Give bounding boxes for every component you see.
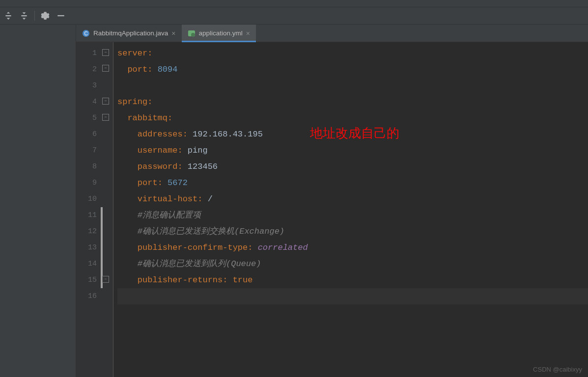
code-line[interactable]: rabbitmq: xyxy=(117,110,588,126)
project-panel xyxy=(0,25,76,377)
java-file-icon: C xyxy=(82,29,90,37)
line-number: 15 xyxy=(76,272,97,288)
line-numbers: 1 2 3 4 5 6 7 8 9 10 11 12 13 14 15 16 xyxy=(76,42,101,377)
line-number: 7 xyxy=(76,142,97,159)
code-line[interactable]: spring: xyxy=(117,94,588,110)
code-line[interactable]: port: 5672 xyxy=(117,175,588,191)
line-number: 16 xyxy=(76,288,97,304)
fold-toggle[interactable]: − xyxy=(102,65,109,72)
watermark: CSDN @caibixyy xyxy=(533,366,582,373)
code-line[interactable]: username: ping xyxy=(117,142,588,159)
tabs-bar: C RabbitmqApplication.java × application… xyxy=(76,25,588,42)
code-line[interactable]: #确认消息已发送到队列(Queue) xyxy=(117,256,588,272)
line-number: 5 xyxy=(76,110,97,126)
line-number: 4 xyxy=(76,94,97,110)
fold-toggle[interactable]: − xyxy=(102,49,109,56)
tab-label: application.yml xyxy=(199,29,243,37)
code-line[interactable]: virtual-host: / xyxy=(117,191,588,207)
fold-toggle[interactable]: − xyxy=(102,276,109,283)
line-number: 14 xyxy=(76,256,97,272)
code-line[interactable]: publisher-returns: true xyxy=(117,272,588,288)
code-line[interactable]: server: xyxy=(117,45,588,61)
annotation-text: 地址改成自己的 xyxy=(310,125,399,142)
line-number: 11 xyxy=(76,207,97,223)
tab-rabbitmq-application[interactable]: C RabbitmqApplication.java × xyxy=(76,25,182,42)
top-toolbar xyxy=(0,0,588,7)
fold-toggle[interactable]: − xyxy=(102,114,109,121)
gear-icon[interactable] xyxy=(40,10,51,21)
divider xyxy=(34,11,35,21)
fold-toggle[interactable]: − xyxy=(102,98,109,105)
minimize-icon[interactable] xyxy=(56,10,66,21)
line-number: 9 xyxy=(76,175,97,191)
line-number: 3 xyxy=(76,78,97,94)
main-area: C RabbitmqApplication.java × application… xyxy=(0,25,588,377)
line-number: 1 xyxy=(76,45,97,61)
line-number: 10 xyxy=(76,191,97,207)
line-number: 12 xyxy=(76,223,97,240)
secondary-toolbar xyxy=(0,7,588,25)
code-line[interactable]: publisher-confirm-type: correlated xyxy=(117,240,588,256)
line-number: 2 xyxy=(76,61,97,78)
code-line[interactable]: port: 8094 xyxy=(117,61,588,78)
code-line[interactable]: #消息确认配置项 xyxy=(117,207,588,223)
editor-area: C RabbitmqApplication.java × application… xyxy=(76,25,588,377)
line-number: 8 xyxy=(76,159,97,175)
line-number: 6 xyxy=(76,126,97,142)
collapse-all-icon[interactable] xyxy=(19,10,29,21)
tab-application-yml[interactable]: application.yml × xyxy=(182,25,256,42)
close-icon[interactable]: × xyxy=(171,29,175,37)
line-number: 13 xyxy=(76,240,97,256)
svg-text:C: C xyxy=(84,31,87,36)
close-icon[interactable]: × xyxy=(246,29,250,37)
editor-body[interactable]: 1 2 3 4 5 6 7 8 9 10 11 12 13 14 15 16 − xyxy=(76,42,588,377)
code-line[interactable] xyxy=(117,78,588,94)
fold-gutter: − − − − − xyxy=(101,42,113,377)
svg-point-4 xyxy=(191,33,195,37)
tab-label: RabbitmqApplication.java xyxy=(93,29,168,37)
yaml-file-icon xyxy=(188,29,196,37)
code-content[interactable]: server: port: 8094 spring: rabbitmq: add… xyxy=(113,42,588,377)
svg-rect-0 xyxy=(57,15,64,16)
code-line[interactable] xyxy=(117,288,588,304)
code-line[interactable]: password: 123456 xyxy=(117,159,588,175)
expand-all-icon[interactable] xyxy=(3,10,14,21)
code-line[interactable]: #确认消息已发送到交换机(Exchange) xyxy=(117,223,588,240)
